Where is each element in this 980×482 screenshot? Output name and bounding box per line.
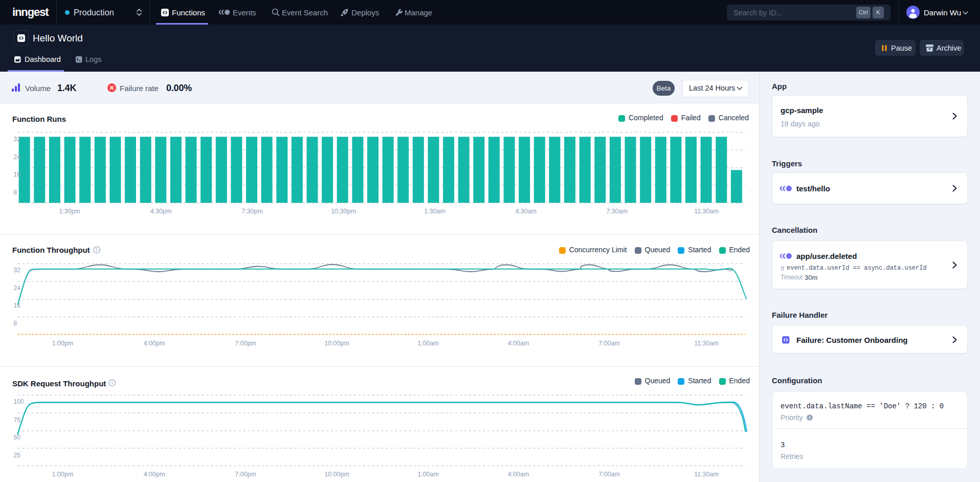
svg-text:24: 24 xyxy=(14,284,21,292)
svg-text:24: 24 xyxy=(14,154,21,161)
svg-text:7:00pm: 7:00pm xyxy=(235,340,256,347)
svg-text:16: 16 xyxy=(14,171,21,178)
svg-text:32: 32 xyxy=(14,136,21,143)
svg-text:1:30am: 1:30am xyxy=(424,208,446,215)
svg-text:7:30pm: 7:30pm xyxy=(241,208,263,215)
svg-text:4:00am: 4:00am xyxy=(508,340,529,347)
svg-text:7:00am: 7:00am xyxy=(598,471,620,478)
svg-text:11:30am: 11:30am xyxy=(694,340,719,347)
svg-text:100: 100 xyxy=(14,398,24,405)
svg-text:7:30am: 7:30am xyxy=(606,208,628,215)
svg-text:1:00am: 1:00am xyxy=(417,340,439,347)
svg-text:10:00pm: 10:00pm xyxy=(324,340,349,347)
svg-text:32: 32 xyxy=(14,267,21,274)
svg-text:4:00am: 4:00am xyxy=(508,471,529,478)
svg-text:1:00pm: 1:00pm xyxy=(52,471,74,478)
svg-text:4:30pm: 4:30pm xyxy=(150,208,172,215)
svg-text:50: 50 xyxy=(14,434,21,441)
svg-text:75: 75 xyxy=(14,417,21,424)
svg-text:10:30pm: 10:30pm xyxy=(331,208,356,215)
svg-text:4:00pm: 4:00pm xyxy=(144,340,165,347)
svg-text:16: 16 xyxy=(14,302,21,309)
svg-text:7:00pm: 7:00pm xyxy=(235,471,256,478)
svg-text:7:00am: 7:00am xyxy=(598,340,620,347)
svg-text:10:00pm: 10:00pm xyxy=(324,471,349,478)
svg-text:4:30am: 4:30am xyxy=(515,208,537,215)
svg-text:11:30am: 11:30am xyxy=(694,471,719,478)
svg-text:1:30pm: 1:30pm xyxy=(59,208,80,215)
svg-text:11:30am: 11:30am xyxy=(694,208,719,215)
svg-text:4:00pm: 4:00pm xyxy=(144,471,165,478)
svg-text:8: 8 xyxy=(14,189,17,196)
svg-text:1:00am: 1:00am xyxy=(417,471,439,478)
svg-text:25: 25 xyxy=(14,452,21,459)
svg-text:1:00pm: 1:00pm xyxy=(52,340,74,347)
svg-text:8: 8 xyxy=(14,320,17,327)
